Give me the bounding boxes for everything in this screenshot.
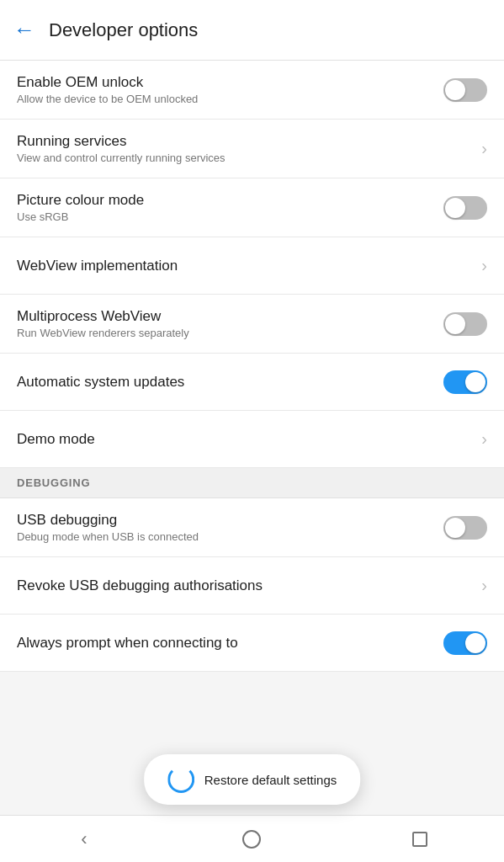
setting-title-running-services: Running services	[17, 133, 471, 150]
setting-running-services[interactable]: Running services View and control curren…	[0, 120, 504, 178]
setting-demo-mode[interactable]: Demo mode ›	[0, 411, 504, 468]
setting-subtitle-picture-colour: Use sRGB	[17, 210, 433, 223]
nav-back-icon: ‹	[81, 828, 87, 850]
setting-subtitle-running-services: View and control currently running servi…	[17, 152, 471, 164]
restore-popup[interactable]: Restore default settings	[144, 754, 361, 805]
header: ← Developer options	[0, 0, 504, 61]
setting-revoke-usb[interactable]: Revoke USB debugging authorisations ›	[0, 557, 504, 615]
setting-subtitle-usb-debugging: Debug mode when USB is connected	[17, 530, 433, 543]
nav-recent-icon	[412, 832, 427, 847]
restore-spinner-icon	[167, 766, 194, 793]
setting-webview-implementation[interactable]: WebView implementation ›	[0, 237, 504, 295]
setting-title-multiprocess: Multiprocess WebView	[17, 308, 433, 325]
toggle-thumb-multiprocess	[445, 314, 465, 334]
chevron-icon-running-services: ›	[481, 139, 487, 158]
nav-home-icon	[242, 830, 261, 849]
back-button[interactable]: ←	[13, 17, 35, 43]
setting-title-usb-debugging: USB debugging	[17, 512, 433, 529]
setting-picture-colour-mode[interactable]: Picture colour mode Use sRGB	[0, 178, 504, 237]
toggle-thumb-always-prompt	[465, 633, 485, 653]
setting-title-webview: WebView implementation	[17, 258, 471, 274]
toggle-thumb-auto-updates	[465, 372, 485, 392]
toggle-always-prompt[interactable]	[443, 631, 487, 655]
setting-multiprocess-webview[interactable]: Multiprocess WebView Run WebView rendere…	[0, 295, 504, 354]
nav-back-button[interactable]: ‹	[59, 822, 109, 856]
setting-title-revoke-usb: Revoke USB debugging authorisations	[17, 577, 471, 594]
page-title: Developer options	[49, 19, 198, 41]
section-debugging-label: DEBUGGING	[17, 476, 90, 489]
setting-auto-updates[interactable]: Automatic system updates	[0, 354, 504, 411]
toggle-oem-unlock[interactable]	[443, 78, 487, 102]
toggle-multiprocess[interactable]	[443, 312, 487, 336]
chevron-icon-revoke-usb: ›	[481, 576, 487, 595]
debugging-list: USB debugging Debug mode when USB is con…	[0, 498, 504, 672]
setting-subtitle-oem-unlock: Allow the device to be OEM unlocked	[17, 93, 433, 105]
setting-always-prompt[interactable]: Always prompt when connecting to	[0, 615, 504, 672]
setting-usb-debugging[interactable]: USB debugging Debug mode when USB is con…	[0, 498, 504, 557]
setting-subtitle-multiprocess: Run WebView renderers separately	[17, 327, 433, 339]
setting-title-demo-mode: Demo mode	[17, 431, 471, 448]
chevron-icon-demo-mode: ›	[481, 429, 487, 449]
settings-list: Enable OEM unlock Allow the device to be…	[0, 61, 504, 468]
back-arrow-icon: ←	[13, 17, 35, 43]
toggle-thumb-usb-debugging	[445, 518, 465, 538]
setting-title-picture-colour: Picture colour mode	[17, 192, 433, 209]
restore-text: Restore default settings	[204, 773, 337, 787]
setting-title-oem-unlock: Enable OEM unlock	[17, 74, 433, 91]
chevron-icon-webview: ›	[481, 256, 487, 275]
nav-recent-button[interactable]	[395, 822, 445, 856]
toggle-picture-colour[interactable]	[443, 196, 487, 220]
section-debugging-header: DEBUGGING	[0, 468, 504, 498]
toggle-thumb-oem-unlock	[445, 80, 465, 100]
nav-home-button[interactable]	[226, 822, 277, 856]
setting-title-auto-updates: Automatic system updates	[17, 374, 433, 391]
setting-enable-oem-unlock[interactable]: Enable OEM unlock Allow the device to be…	[0, 61, 504, 120]
nav-bar: ‹	[0, 815, 504, 862]
toggle-auto-updates[interactable]	[443, 370, 487, 394]
setting-title-always-prompt: Always prompt when connecting to	[17, 635, 433, 652]
toggle-usb-debugging[interactable]	[443, 516, 487, 540]
toggle-thumb-picture-colour	[445, 198, 465, 218]
